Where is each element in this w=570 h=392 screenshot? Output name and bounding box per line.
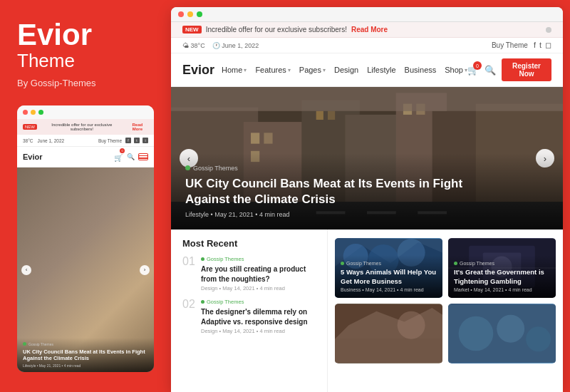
hero-section: ‹ › Gossip Themes UK City Council Bans M… xyxy=(171,87,563,229)
mini-instagram-icon: i xyxy=(142,138,148,143)
nav-design[interactable]: Design xyxy=(334,66,358,74)
recent-title-2[interactable]: The designer's dilemma rely on Adaptive … xyxy=(201,307,316,326)
svg-point-34 xyxy=(398,311,425,339)
mini-info-bar: 38°C June 1, 2022 Buy Theme f t i xyxy=(17,135,154,147)
mini-hero-title: UK City Council Bans Meat at Its Events … xyxy=(23,349,148,363)
register-button[interactable]: Register Now xyxy=(502,58,551,81)
recent-item-2: 02 Gossip Themes The designer's dilemma … xyxy=(182,299,316,334)
mini-date: June 1, 2022 xyxy=(38,138,65,143)
source-dot-2 xyxy=(201,300,204,304)
hero-tag-dot xyxy=(185,165,190,170)
recent-content-2: Gossip Themes The designer's dilemma rel… xyxy=(201,299,316,334)
ann-dot-1 xyxy=(546,27,551,33)
ann-text: Incredible offer for our exclusive subsc… xyxy=(206,26,347,33)
mini-prev-arrow[interactable]: ‹ xyxy=(21,265,31,275)
nav-shop[interactable]: Shop ▾ xyxy=(445,66,467,74)
recent-meta-2: Design • May 14, 2021 • 4 min read xyxy=(201,328,316,334)
hero-meta: Lifestyle • May 21, 2021 • 4 min read xyxy=(185,211,549,218)
svg-point-37 xyxy=(459,316,494,351)
card-4[interactable] xyxy=(448,304,556,363)
recent-title-1[interactable]: Are you still creating a product from th… xyxy=(201,264,316,284)
hero-tag: Gossip Themes xyxy=(185,165,549,172)
mini-facebook-icon: f xyxy=(125,138,131,143)
buy-theme-link[interactable]: Buy Theme xyxy=(492,41,528,49)
mini-temp: 38°C xyxy=(23,138,33,143)
mini-hero: ‹ › Gossip Themes UK City Council Bans M… xyxy=(17,167,154,372)
card-gambling-tag-dot xyxy=(454,262,457,265)
card-gambling-meta: Market • May 14, 2021 • 4 min read xyxy=(454,287,550,292)
recent-item-1: 01 Gossip Themes Are you still creating … xyxy=(182,256,316,292)
mini-buy-theme[interactable]: Buy Theme xyxy=(98,138,122,143)
mini-banner-new-badge: NEW xyxy=(23,124,37,130)
header-nav: Home ▾ Features ▾ Pages ▾ Design Lifesty… xyxy=(222,66,467,74)
card-3[interactable] xyxy=(335,304,442,363)
left-panel: Evior Theme By Gossip-Themes NEW Incredi… xyxy=(0,0,171,392)
header-left: Evior Home ▾ Features ▾ Pages ▾ Design L… xyxy=(182,63,467,78)
card-gambling[interactable]: Gossip Themes It's Great the Government … xyxy=(448,238,556,298)
most-recent-title: Most Recent xyxy=(182,238,316,249)
mini-nav-actions: 🛒 0 🔍 xyxy=(114,150,148,163)
site-info-bar: 🌤 38°C 🕐 June 1, 2022 Buy Theme f t ◻ xyxy=(171,38,563,53)
mini-logo: Evior xyxy=(23,153,43,161)
browser-dot-red xyxy=(178,11,184,17)
ann-read-more[interactable]: Read More xyxy=(351,26,388,33)
browser-content: NEW Incredible offer for our exclusive s… xyxy=(171,22,563,392)
mini-search-icon[interactable]: 🔍 xyxy=(126,153,135,161)
social-icons: f t ◻ xyxy=(534,41,551,50)
mini-dot-yellow xyxy=(31,110,36,115)
nav-home[interactable]: Home ▾ xyxy=(222,66,247,74)
mini-hero-overlay: Gossip Themes UK City Council Bans Meat … xyxy=(17,338,154,373)
recent-num-2: 02 xyxy=(182,299,195,310)
svg-point-38 xyxy=(497,315,524,343)
browser-dot-green xyxy=(197,11,202,17)
card-animals-tag-dot xyxy=(341,262,344,265)
recent-source-2: Gossip Themes xyxy=(201,299,316,305)
mini-topbar xyxy=(17,105,154,119)
svg-rect-32 xyxy=(335,339,442,363)
mini-nav: Evior 🛒 0 🔍 xyxy=(17,147,154,167)
nav-pages[interactable]: Pages ▾ xyxy=(299,66,326,74)
brand-by: By Gossip-Themes xyxy=(17,78,154,88)
browser-topbar xyxy=(171,7,563,22)
mini-dot-green xyxy=(38,110,43,115)
card-animals-title: 5 Ways Animals Will Help You Get More Bu… xyxy=(341,268,437,286)
recent-meta-1: Design • May 14, 2021 • 4 min read xyxy=(201,285,316,292)
mini-menu-icon[interactable] xyxy=(138,153,148,160)
mini-banner-text: Incredible offer for our exclusive subsc… xyxy=(40,123,124,131)
card-gambling-tag: Gossip Themes xyxy=(454,261,550,266)
recent-source-1: Gossip Themes xyxy=(201,256,316,262)
search-icon[interactable]: 🔍 xyxy=(484,64,496,76)
hero-overlay: Gossip Themes UK City Council Bans Meat … xyxy=(171,153,563,229)
announcement-bar: NEW Incredible offer for our exclusive s… xyxy=(171,22,563,38)
card-gambling-title: It's Great the Government is Tightening … xyxy=(454,268,550,286)
nav-lifestyle[interactable]: Lifestyle xyxy=(367,66,395,74)
site-temp: 🌤 38°C xyxy=(182,42,205,49)
recent-content-1: Gossip Themes Are you still creating a p… xyxy=(201,256,316,292)
card-3-bg xyxy=(335,304,442,363)
mini-social-icons: f t i xyxy=(125,138,148,143)
facebook-icon[interactable]: f xyxy=(534,41,536,50)
mini-next-arrow[interactable]: › xyxy=(140,265,150,275)
header-cart-wrap: 🛒 0 xyxy=(467,64,479,76)
mini-banner-link[interactable]: Read More xyxy=(127,123,148,131)
right-panel: NEW Incredible offer for our exclusive s… xyxy=(171,7,563,392)
mini-twitter-icon: t xyxy=(134,138,140,143)
mini-hero-tag-dot xyxy=(23,342,26,346)
card-animals-tag: Gossip Themes xyxy=(341,261,437,266)
card-animals[interactable]: Gossip Themes 5 Ways Animals Will Help Y… xyxy=(335,238,442,298)
cart-badge: 0 xyxy=(473,61,482,70)
svg-point-39 xyxy=(526,326,551,351)
header-right: 🛒 0 🔍 Register Now xyxy=(467,58,551,81)
mini-dot-red xyxy=(23,110,28,115)
card-animals-overlay: Gossip Themes 5 Ways Animals Will Help Y… xyxy=(335,255,442,298)
nav-features[interactable]: Features ▾ xyxy=(255,66,290,74)
mini-cart-icon[interactable]: 🛒 xyxy=(114,154,123,162)
instagram-icon[interactable]: ◻ xyxy=(545,41,551,50)
nav-business[interactable]: Business xyxy=(405,66,437,74)
bottom-content: Most Recent 01 Gossip Themes Are you sti… xyxy=(171,229,563,392)
card-gambling-overlay: Gossip Themes It's Great the Government … xyxy=(448,255,556,298)
twitter-icon[interactable]: t xyxy=(539,41,542,50)
recent-num-1: 01 xyxy=(182,256,195,267)
cards-row-1: Gossip Themes 5 Ways Animals Will Help Y… xyxy=(335,238,556,298)
ann-new-badge: NEW xyxy=(182,26,202,33)
